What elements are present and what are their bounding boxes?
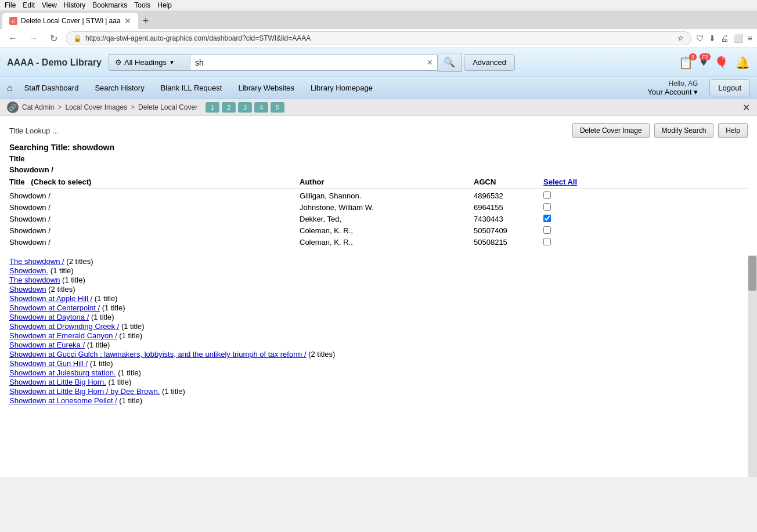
title-link-14[interactable]: Showdown at Little Big Horn / by Dee Bro…	[9, 387, 160, 396]
list-item: Showdown at Little Big Horn. (1 title)	[9, 378, 748, 386]
row-title-0: Showdown /	[9, 191, 300, 201]
title-link-15[interactable]: Showdown at Lonesome Pellet /	[9, 396, 117, 405]
step-2[interactable]: 2	[222, 102, 236, 113]
staff-dashboard-link[interactable]: Staff Dashboard	[17, 80, 86, 96]
breadcrumb-bar: 🔗 Cat Admin > Local Cover Images > Delet…	[0, 99, 757, 116]
col-author: Author	[300, 178, 474, 186]
title-link-10[interactable]: Showdown at Gucci Gulch : lawmakers, lob…	[9, 350, 307, 359]
select-all-link[interactable]: Select All	[543, 178, 613, 186]
menu-view[interactable]: View	[42, 1, 57, 9]
step-5[interactable]: 5	[271, 102, 284, 113]
menu-icon[interactable]: ≡	[748, 34, 752, 43]
bookmark-icon[interactable]: ☆	[677, 34, 684, 42]
menu-help[interactable]: Help	[157, 1, 172, 9]
title-link-4[interactable]: Showdown at Apple Hill /	[9, 294, 92, 303]
search-type-dropdown[interactable]: ⚙ All Headings ▼	[109, 54, 190, 71]
row-checkbox-2[interactable]	[543, 215, 613, 224]
list-item: Showdown (2 titles)	[9, 285, 748, 294]
step-4[interactable]: 4	[254, 102, 268, 113]
breadcrumb-sep-1: >	[57, 103, 62, 111]
app-header: AAAA - Demo Library ⚙ All Headings ▼ × 🔍…	[0, 48, 757, 77]
title-link-2[interactable]: The showdown	[9, 276, 60, 284]
active-tab[interactable]: D Delete Local Cover | STWI | aaa ✕	[2, 13, 138, 29]
account-section: Hello, AG Your Account ▾	[647, 79, 698, 96]
fullscreen-icon[interactable]: ⬜	[733, 34, 743, 43]
back-button[interactable]: ←	[5, 32, 21, 45]
forward-button[interactable]: →	[26, 32, 42, 45]
new-tab-button[interactable]: +	[140, 15, 152, 27]
notifications-icon[interactable]: 🔔	[736, 56, 750, 70]
logout-button[interactable]: Logout	[709, 79, 750, 96]
title-link-13[interactable]: Showdown at Little Big Horn.	[9, 378, 106, 386]
row-agcn-3: 50507409	[474, 226, 543, 236]
list-icon[interactable]: 📋 9	[679, 56, 693, 70]
row-select-checkbox-4[interactable]	[543, 238, 551, 245]
help-button[interactable]: Help	[718, 123, 748, 138]
row-author-1: Johnstone, William W.	[300, 203, 474, 212]
row-select-checkbox-1[interactable]	[543, 203, 551, 211]
title-link-1[interactable]: Showdown.	[9, 266, 48, 275]
modify-search-button[interactable]: Modify Search	[654, 123, 714, 138]
extensions-icon[interactable]: 🛡	[696, 34, 704, 43]
title-link-9[interactable]: Showdown at Eureka /	[9, 341, 85, 349]
clear-search-button[interactable]: ×	[427, 57, 432, 68]
chevron-down-icon: ▼	[169, 59, 175, 66]
title-link-0[interactable]: The showdown /	[9, 257, 64, 266]
breadcrumb-delete-local-cover[interactable]: Delete Local Cover	[138, 103, 197, 111]
tab-favicon: D	[9, 17, 17, 25]
blank-ill-request-link[interactable]: Blank ILL Request	[154, 80, 229, 96]
title-link-7[interactable]: Showdown at Drownding Creek /	[9, 322, 119, 331]
balloon-icon[interactable]: 🎈	[714, 56, 729, 70]
row-checkbox-1[interactable]	[543, 203, 613, 212]
step-1[interactable]: 1	[206, 102, 219, 113]
title-link-3[interactable]: Showdown	[9, 285, 46, 294]
account-dropdown[interactable]: Your Account ▾	[647, 88, 698, 96]
list-item: Showdown at Daytona / (1 title)	[9, 313, 748, 321]
step-3[interactable]: 3	[238, 102, 252, 113]
row-agcn-0: 4896532	[474, 191, 543, 201]
close-button[interactable]: ✕	[742, 102, 750, 113]
title-link-6[interactable]: Showdown at Daytona /	[9, 313, 89, 321]
title-link-5[interactable]: Showdown at Centerpoint /	[9, 303, 100, 312]
delete-cover-image-button[interactable]: Delete Cover Image	[572, 123, 650, 138]
search-button[interactable]: 🔍	[438, 53, 462, 72]
library-websites-link[interactable]: Library Websites	[231, 80, 301, 96]
home-button[interactable]: ⌂	[7, 83, 13, 93]
row-select-checkbox-3[interactable]	[543, 226, 551, 234]
menu-tools[interactable]: Tools	[134, 1, 150, 9]
list-item: Showdown at Centerpoint / (1 title)	[9, 303, 748, 312]
library-homepage-link[interactable]: Library Homepage	[304, 80, 380, 96]
search-history-link[interactable]: Search History	[88, 80, 151, 96]
print-icon[interactable]: 🖨	[720, 34, 729, 43]
title-link-8[interactable]: Showdown at Emerald Canyon /	[9, 331, 117, 340]
breadcrumb-local-cover-images[interactable]: Local Cover Images	[65, 103, 127, 111]
advanced-search-button[interactable]: Advanced	[464, 54, 515, 71]
row-select-checkbox-0[interactable]	[543, 191, 551, 199]
row-checkbox-3[interactable]	[543, 226, 613, 236]
tab-close-button[interactable]: ✕	[124, 16, 131, 26]
menu-edit[interactable]: Edit	[23, 1, 35, 9]
search-type-label: All Headings	[124, 58, 167, 67]
row-select-checkbox-2[interactable]	[543, 215, 551, 222]
title-count-6: (1 title)	[91, 313, 114, 321]
row-title-1: Showdown /	[9, 203, 300, 212]
menu-bookmarks[interactable]: Bookmarks	[92, 1, 127, 9]
list-item: Showdown at Little Big Horn / by Dee Bro…	[9, 387, 748, 396]
favorites-icon[interactable]: ♥ F9	[700, 56, 707, 69]
url-bar[interactable]: 🔒 https://qa-stwi-agent.auto-graphics.co…	[66, 31, 691, 45]
scrollbar-thumb[interactable]	[748, 256, 756, 291]
row-checkbox-0[interactable]	[543, 191, 613, 201]
menu-file[interactable]: File	[5, 1, 16, 9]
breadcrumb-cat-admin[interactable]: Cat Admin	[22, 103, 54, 111]
scrollbar-track[interactable]	[748, 255, 757, 477]
col-agcn: AGCN	[474, 178, 543, 186]
title-count-4: (1 title)	[95, 294, 118, 303]
download-icon[interactable]: ⬇	[709, 34, 716, 43]
title-link-11[interactable]: Showdown at Gun Hill /	[9, 359, 88, 368]
reload-button[interactable]: ↻	[46, 32, 61, 45]
search-input[interactable]	[195, 58, 427, 67]
title-link-12[interactable]: Showdown at Julesburg station.	[9, 368, 116, 377]
menu-history[interactable]: History	[64, 1, 85, 9]
row-checkbox-4[interactable]	[543, 238, 613, 247]
row-agcn-2: 7430443	[474, 215, 543, 224]
